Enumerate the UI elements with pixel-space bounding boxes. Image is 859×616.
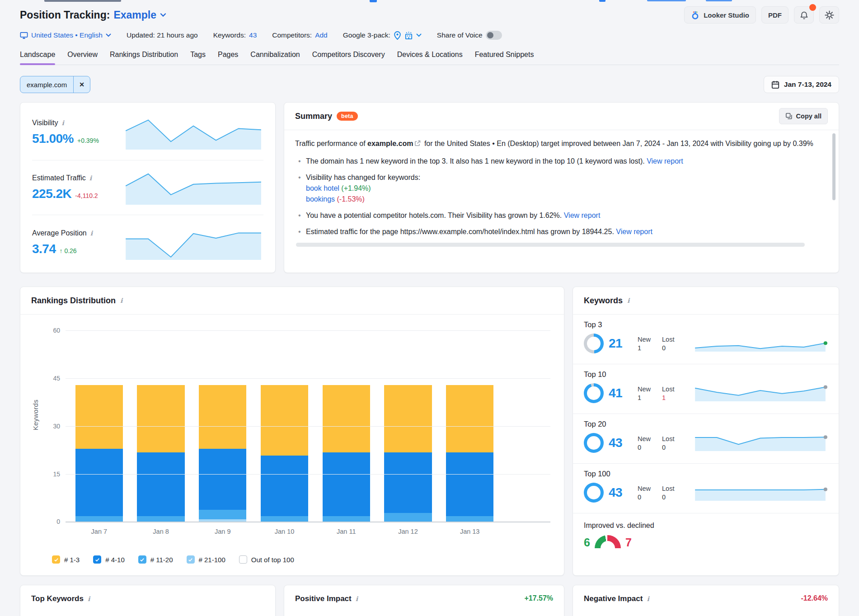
card-positive-impact: Positive Impact+17.57% [284, 585, 564, 616]
bar-segment-4-10 [384, 452, 432, 513]
summary-link[interactable]: View report [616, 228, 652, 235]
keywords-row-top-3: Top 321New1Lost0 [573, 315, 839, 364]
tab-competitors-discovery[interactable]: Competitors Discovery [312, 51, 385, 65]
tab-rankings-distribution[interactable]: Rankings Distribution [110, 51, 178, 65]
checkbox-icon [52, 555, 60, 564]
domain-name: example.com [367, 140, 413, 147]
google-3pack-control[interactable]: Google 3-pack: [343, 31, 422, 40]
legend-item-out-of-top-100[interactable]: Out of top 100 [239, 555, 294, 564]
x-axis-label: Jan 9 [192, 528, 253, 535]
info-icon[interactable] [356, 596, 358, 602]
summary-link[interactable]: bookings [306, 195, 335, 203]
info-icon[interactable] [89, 175, 92, 181]
checkbox-icon [187, 555, 195, 564]
looker-studio-button[interactable]: Looker Studio [684, 6, 756, 24]
keywords-row-top-20: Top 2043New0Lost0 [573, 414, 839, 464]
summary-bullet: You have a potential competitor hotels.c… [295, 210, 820, 221]
improved-vs-declined: Improved vs. declined 6 7 [573, 513, 839, 556]
summary-link[interactable]: book hotel [306, 184, 339, 192]
keywords-row-label: Top 10 [584, 370, 828, 379]
legend-item-21-100[interactable]: # 21-100 [187, 555, 225, 564]
bar-segment-1-3 [384, 385, 432, 452]
tab-pages[interactable]: Pages [218, 51, 238, 65]
metric-visibility: Visibility51.00%+0.39% [32, 105, 263, 160]
updated-label: Updated: 21 hours ago [127, 31, 198, 39]
tab-featured-snippets[interactable]: Featured Snippets [475, 51, 534, 65]
close-icon[interactable]: ✕ [73, 76, 90, 93]
project-meta-row: United States • English Updated: 21 hour… [20, 31, 839, 40]
keywords-count-value: 21 [609, 336, 638, 351]
tab-tags[interactable]: Tags [190, 51, 206, 65]
share-of-voice-toggle[interactable] [486, 31, 502, 40]
summary-link[interactable]: View report [647, 157, 683, 165]
chevron-down-icon [416, 33, 422, 37]
card-summary: Summary beta Copy all Traffic performanc… [284, 102, 839, 273]
horizontal-scrollbar[interactable] [296, 243, 805, 247]
domain-filter-chip[interactable]: example.com ✕ [20, 76, 90, 93]
y-axis-tick: 30 [43, 423, 60, 430]
info-icon[interactable] [88, 596, 90, 602]
summary-link[interactable]: View report [564, 212, 601, 219]
keywords-count-value: 43 [609, 485, 638, 500]
lost-count: 0 [662, 494, 686, 501]
gridline-60: 60 [66, 330, 550, 331]
summary-body: Traffic performance of example.com for t… [284, 130, 839, 273]
page-title-text: Position Tracking: [20, 9, 110, 21]
bar-segment-4-10 [137, 452, 184, 516]
stacked-bar-jan-13 [446, 385, 493, 522]
info-icon[interactable] [62, 120, 64, 126]
tab-landscape[interactable]: Landscape [20, 51, 55, 65]
info-icon[interactable] [647, 596, 649, 602]
keywords-count-link[interactable]: 43 [249, 31, 257, 39]
info-icon[interactable] [120, 297, 122, 304]
y-axis-tick: 60 [43, 327, 60, 334]
calendar-icon [771, 80, 779, 89]
metric-sparkline [123, 115, 263, 150]
pdf-button[interactable]: PDF [761, 6, 789, 24]
date-range-picker[interactable]: Jan 7-13, 2024 [764, 76, 839, 93]
progress-ring [584, 383, 604, 403]
bar-segment-4-10 [199, 449, 246, 509]
legend-item-4-10[interactable]: # 4-10 [93, 555, 125, 564]
settings-button[interactable] [819, 6, 839, 24]
rankings-distribution-chart: Keywords 015304560 Jan 7Jan 8Jan 9Jan 10… [20, 315, 564, 540]
notification-dot [809, 4, 816, 11]
checkbox-icon [138, 555, 146, 564]
tab-cannibalization[interactable]: Cannibalization [250, 51, 300, 65]
location-language-selector[interactable]: United States • English [20, 31, 111, 39]
metric-label: Average Position [32, 229, 114, 237]
impact-value: +17.57% [524, 594, 553, 602]
vertical-scrollbar[interactable] [832, 133, 836, 200]
metric-sparkline [123, 170, 263, 205]
summary-bullet: Visibility has changed for keywords:book… [295, 172, 820, 205]
keywords-count-value: 41 [609, 386, 638, 400]
metric-value: 51.00% [32, 132, 74, 146]
tab-devices-locations[interactable]: Devices & Locations [397, 51, 463, 65]
tab-overview[interactable]: Overview [67, 51, 98, 65]
toggle-knob [487, 32, 493, 38]
improved-count: 6 [584, 537, 590, 548]
project-selector[interactable]: Example [113, 9, 156, 21]
y-axis-tick: 15 [43, 470, 60, 478]
page-title: Position Tracking: Example [20, 9, 166, 21]
metric-sparkline [123, 225, 263, 260]
x-axis-label: Jan 7 [68, 528, 130, 535]
competitors-add-link[interactable]: Add [315, 31, 328, 39]
bar-segment-1-3 [261, 385, 308, 455]
legend-item-1-3[interactable]: # 1-3 [52, 555, 80, 564]
info-icon[interactable] [90, 230, 93, 236]
lost-count: 0 [662, 344, 686, 352]
trend-sparkline [693, 431, 828, 451]
keywords-row-top-10: Top 1041New1Lost1 [573, 364, 839, 414]
copy-icon [785, 113, 793, 120]
info-icon[interactable] [627, 297, 629, 304]
summary-bullet: Estimated traffic for the page https://w… [295, 226, 820, 237]
top-cutoff-strip [0, 0, 859, 3]
monitor-icon [20, 32, 28, 39]
notifications-button[interactable] [794, 6, 814, 24]
position-tracking-page: Position Tracking: Example Looker Studio… [0, 6, 859, 616]
legend-item-11-20[interactable]: # 11-20 [138, 555, 173, 564]
chart-plot-area: 015304560 [66, 331, 550, 522]
chart-bars [68, 331, 501, 522]
copy-all-button[interactable]: Copy all [779, 108, 828, 124]
